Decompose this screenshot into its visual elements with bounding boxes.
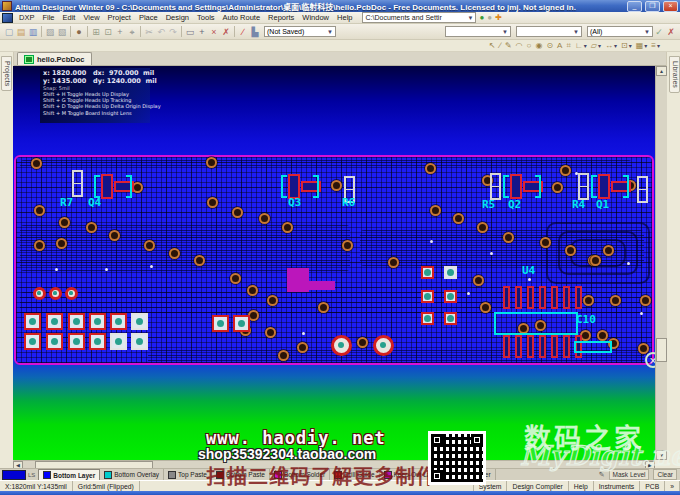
document-tab-pcbdoc[interactable]: hello.PcbDoc — [17, 52, 92, 65]
home-icon[interactable]: ✚ — [495, 14, 502, 22]
circle-tool-icon[interactable]: ○ — [525, 41, 534, 51]
layer-tab-bottom-layer[interactable]: Bottom Layer — [38, 469, 100, 481]
paste-icon[interactable]: ⊡ — [102, 26, 114, 38]
place-dropdown-icon[interactable]: ⊡▾ — [619, 41, 634, 51]
document-tab-bar: hello.PcbDoc — [13, 52, 666, 66]
chevron-down-icon: ▼ — [573, 29, 579, 35]
menu-bar: DXPFileEditViewProjectPlaceDesignToolsAu… — [0, 12, 680, 24]
projects-panel-tab[interactable]: Projects — [1, 56, 12, 91]
arc-tool-icon[interactable]: ◠ — [514, 41, 525, 51]
minimize-button[interactable]: _ — [627, 1, 642, 12]
history-icon[interactable]: ● — [487, 14, 492, 22]
copy-icon[interactable]: ⊞ — [90, 26, 102, 38]
grid-dropdown-icon[interactable]: ≡▾ — [649, 41, 662, 51]
plus-icon[interactable]: + — [196, 26, 208, 38]
menu-place[interactable]: Place — [135, 13, 162, 22]
layer-tab-drill-guide[interactable]: Drill Guide — [330, 469, 379, 480]
clear-filter-icon[interactable]: × — [208, 26, 220, 38]
filter-select-3[interactable]: (All)▼ — [587, 26, 653, 37]
vertical-scrollbar[interactable]: ▲ ▼ — [655, 66, 667, 460]
mask-clear-button[interactable]: Clear — [653, 469, 677, 480]
mask-pencil-icon[interactable]: ✎ — [599, 471, 605, 479]
cancel-icon[interactable]: ✗ — [220, 26, 232, 38]
pen-tool-icon[interactable]: ✎ — [503, 41, 514, 51]
pcb-editor-view[interactable] — [13, 66, 655, 460]
qr-code — [428, 431, 486, 485]
select-area-icon[interactable]: ⌖ — [126, 26, 138, 38]
view-3d-icon[interactable]: ● — [73, 26, 85, 38]
chevron-down-icon: ▾ — [629, 43, 632, 49]
layer-tab-bottom-paste[interactable]: Bottom Paste — [212, 469, 270, 480]
new-document-icon[interactable]: ▢ — [3, 26, 15, 38]
zoom-area-icon[interactable]: ▙ — [249, 26, 261, 38]
open-icon[interactable]: ▤ — [15, 26, 27, 38]
line-icon[interactable]: ∕ — [237, 26, 249, 38]
status-pcb[interactable]: PCB — [640, 481, 665, 491]
polygon-dropdown-icon[interactable]: ▱▾ — [589, 41, 603, 51]
redo-icon[interactable]: ↷ — [167, 26, 179, 38]
recent-path-value: C:\Documents and Settir — [365, 14, 441, 21]
undo-icon[interactable]: ↶ — [155, 26, 167, 38]
layer-tab-bottom-solder[interactable]: Bottom Solder — [270, 469, 330, 480]
menu-window[interactable]: Window — [298, 13, 333, 22]
status--[interactable]: » — [665, 481, 680, 491]
scroll-down-icon[interactable]: ▼ — [656, 450, 667, 460]
print-preview-icon[interactable]: ▧ — [56, 26, 68, 38]
status-help[interactable]: Help — [569, 481, 594, 491]
status-design-compiler[interactable]: Design Compiler — [507, 481, 568, 491]
layer-sets-button[interactable]: LS — [28, 472, 35, 478]
filter-select-2[interactable]: ▼ — [516, 26, 582, 37]
menu-auto-route[interactable]: Auto Route — [219, 13, 265, 22]
favorites-icon[interactable]: ● — [479, 14, 484, 22]
vertical-scroll-thumb[interactable] — [656, 338, 667, 362]
layer-color-icon — [216, 471, 224, 479]
print-icon[interactable]: ▨ — [44, 26, 56, 38]
filter-apply-icon[interactable]: ✓ — [653, 26, 665, 38]
snippet-combo-value: (Not Saved) — [267, 28, 304, 35]
menu-design[interactable]: Design — [162, 13, 193, 22]
close-button[interactable]: × — [663, 1, 678, 12]
select-tool-icon[interactable]: ↖ — [487, 41, 498, 51]
menu-file[interactable]: File — [38, 13, 58, 22]
layer-tab-bar: LS Bottom LayerBottom OverlayTop PasteBo… — [0, 468, 680, 480]
heads-up-display: x: 1820.000 dx: 970.000 mily: 1435.000 d… — [40, 68, 150, 123]
save-icon[interactable]: ▥ — [27, 26, 39, 38]
cut-icon[interactable]: ✂ — [143, 26, 155, 38]
pad-tool-icon[interactable]: ◉ — [533, 41, 544, 51]
filter-clear-icon[interactable]: ✗ — [665, 26, 677, 38]
text-tool-icon[interactable]: A — [555, 41, 564, 51]
layer-tab-label: Bottom Solder — [284, 471, 325, 478]
filter-select-1[interactable]: ▼ — [445, 26, 511, 37]
dimension-dropdown-icon[interactable]: ↔▾ — [603, 41, 619, 51]
menu-reports[interactable]: Reports — [264, 13, 298, 22]
layer-tab-top-paste[interactable]: Top Paste — [164, 469, 212, 480]
menu-view[interactable]: View — [79, 13, 103, 22]
menu-tools[interactable]: Tools — [193, 13, 219, 22]
pcb-doc-icon — [24, 55, 34, 64]
room-dropdown-icon[interactable]: ▦▾ — [634, 41, 650, 51]
menu-edit[interactable]: Edit — [59, 13, 80, 22]
altium-designer-window: Altium Designer Winter 09 - C:\Documents… — [0, 0, 680, 495]
utilities-dropdown-icon[interactable]: ∟▾ — [573, 41, 589, 51]
layer-tab-label: Top Paste — [178, 471, 207, 478]
libraries-panel-tab[interactable]: Libraries — [669, 56, 680, 93]
layer-tab-bottom-overlay[interactable]: Bottom Overlay — [100, 469, 164, 480]
menu-project[interactable]: Project — [104, 13, 135, 22]
array-tool-icon[interactable]: ⌗ — [564, 41, 573, 51]
dxp-icon — [2, 13, 13, 23]
recent-path-combo[interactable]: C:\Documents and Settir ▼ — [362, 12, 476, 23]
via-tool-icon[interactable]: ⊙ — [544, 41, 555, 51]
menu-help[interactable]: Help — [333, 13, 356, 22]
menu-dxp[interactable]: DXP — [15, 13, 38, 22]
mask-level-button[interactable]: Mask Level — [609, 469, 650, 480]
cross-probe-icon[interactable]: + — [114, 26, 126, 38]
status-instruments[interactable]: Instruments — [594, 481, 641, 491]
rectangle-icon[interactable]: ▭ — [184, 26, 196, 38]
scroll-up-icon[interactable]: ▲ — [656, 66, 667, 76]
pcb-board[interactable] — [14, 155, 654, 365]
layer-tab-label: Bottom Layer — [53, 472, 95, 479]
layer-color-icon — [168, 471, 176, 479]
restore-button[interactable]: ❐ — [645, 1, 660, 12]
hud-line: y: 1435.000 dy: 1240.000 mil — [43, 78, 147, 86]
snippet-combo[interactable]: (Not Saved) ▼ — [264, 26, 336, 37]
